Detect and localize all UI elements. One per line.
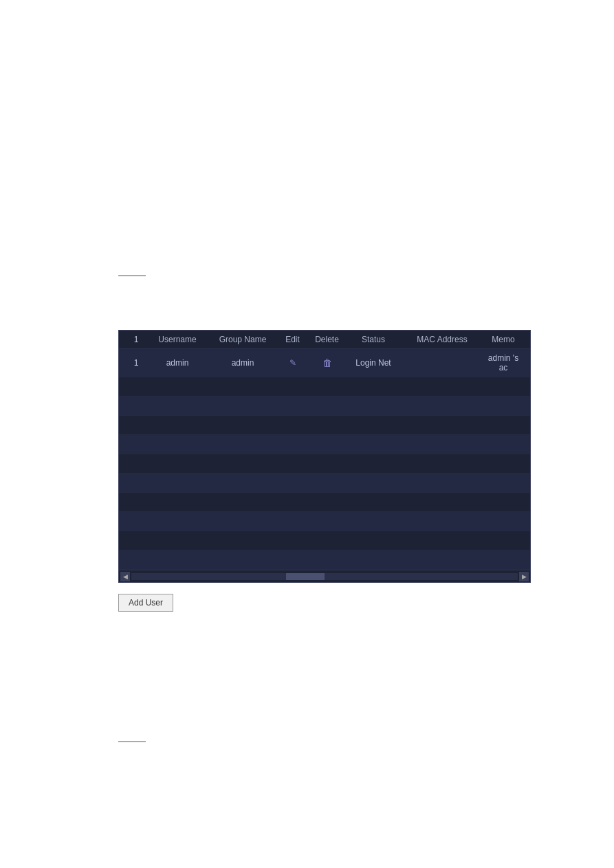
empty-row-10: [119, 550, 530, 570]
top-divider: [118, 275, 146, 276]
col-header-memo: Memo: [483, 335, 523, 344]
table-header-row: 1 Username Group Name Edit Delete Status…: [119, 331, 530, 349]
add-user-button[interactable]: Add User: [118, 594, 173, 612]
horizontal-scrollbar[interactable]: ◀ ▶: [119, 570, 530, 582]
col-header-num: 1: [126, 335, 146, 344]
cell-groupname-1: admin: [208, 358, 277, 368]
col-header-delete: Delete: [308, 335, 346, 344]
cell-edit-1[interactable]: ✎: [277, 358, 308, 368]
cell-num-1: 1: [126, 358, 146, 368]
col-header-mac: MAC Address: [401, 335, 483, 344]
empty-row-4: [119, 435, 530, 454]
bottom-divider: [118, 741, 146, 742]
empty-row-5: [119, 454, 530, 474]
col-header-status: Status: [346, 335, 401, 344]
delete-icon[interactable]: 🗑: [322, 357, 332, 368]
empty-row-7: [119, 493, 530, 512]
col-header-edit: Edit: [277, 335, 308, 344]
edit-icon[interactable]: ✎: [289, 358, 296, 368]
cell-delete-1[interactable]: 🗑: [308, 357, 346, 368]
page-wrapper: manualshniz.com 1 Username Group Name Ed…: [0, 0, 614, 868]
table-row: 1 admin admin ✎ 🗑 Login Net admin 's ac: [119, 349, 530, 377]
empty-row-6: [119, 474, 530, 493]
scroll-left-button[interactable]: ◀: [120, 572, 130, 581]
cell-memo-1: admin 's ac: [483, 353, 523, 372]
empty-row-3: [119, 416, 530, 435]
empty-row-8: [119, 512, 530, 531]
scroll-thumb[interactable]: [286, 573, 325, 580]
user-table: 1 Username Group Name Edit Delete Status…: [118, 330, 531, 583]
col-header-username: Username: [146, 335, 208, 344]
scroll-track[interactable]: [131, 573, 518, 580]
col-header-groupname: Group Name: [208, 335, 277, 344]
scroll-right-button[interactable]: ▶: [519, 572, 529, 581]
empty-row-9: [119, 531, 530, 550]
cell-status-1: Login Net: [346, 358, 401, 368]
add-user-area: Add User: [118, 594, 531, 612]
empty-row-2: [119, 397, 530, 416]
table-section: 1 Username Group Name Edit Delete Status…: [118, 330, 531, 612]
empty-row-1: [119, 377, 530, 397]
cell-username-1: admin: [146, 358, 208, 368]
